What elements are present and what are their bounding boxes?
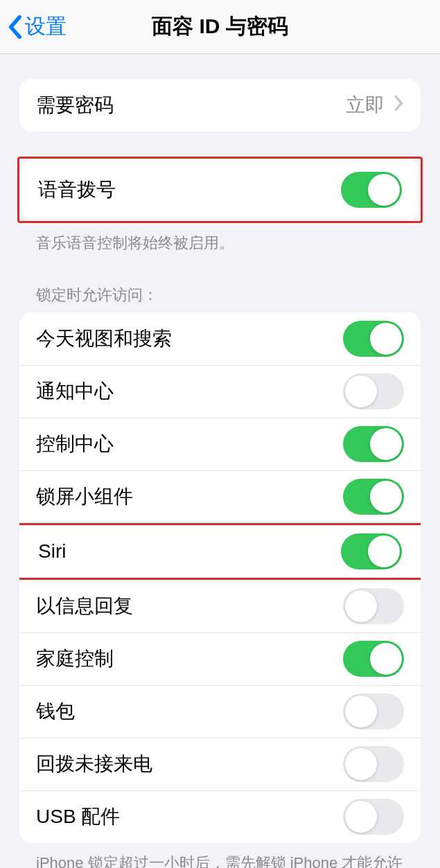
notification-center-label: 通知中心 — [36, 378, 114, 405]
control-center-toggle[interactable] — [343, 426, 404, 462]
require-passcode-row[interactable]: 需要密码 立即 — [19, 79, 421, 132]
wallet-row: 钱包 — [19, 685, 421, 738]
usb-accessories-toggle[interactable] — [343, 799, 404, 835]
today-view-toggle[interactable] — [343, 321, 404, 357]
usb-footer: iPhone 锁定超过一小时后，需先解锁 iPhone 才能允许 USB 配件连… — [19, 843, 421, 868]
voice-dial-label: 语音拨号 — [38, 177, 116, 203]
lockscreen-widgets-toggle[interactable] — [343, 479, 404, 515]
voice-dial-group: 语音拨号 — [21, 159, 419, 221]
lock-access-group: 今天视图和搜索 通知中心 控制中心 锁屏小组件 Siri 以信息回复 家庭控制 — [19, 312, 421, 843]
reply-message-row: 以信息回复 — [19, 580, 421, 632]
chevron-right-icon — [394, 94, 404, 116]
today-view-row: 今天视图和搜索 — [19, 312, 421, 365]
require-passcode-value: 立即 — [346, 92, 404, 118]
siri-row: Siri — [21, 525, 419, 578]
home-control-label: 家庭控制 — [36, 646, 114, 672]
siri-label: Siri — [38, 540, 66, 563]
lockscreen-widgets-label: 锁屏小组件 — [36, 484, 133, 510]
notification-center-row: 通知中心 — [19, 365, 421, 418]
usb-accessories-label: USB 配件 — [36, 804, 120, 830]
control-center-label: 控制中心 — [36, 431, 114, 457]
back-label: 设置 — [25, 12, 67, 41]
notification-center-toggle[interactable] — [343, 373, 404, 409]
wallet-label: 钱包 — [36, 698, 75, 725]
wallet-toggle[interactable] — [343, 693, 404, 729]
lock-access-header: 锁定时允许访问： — [19, 285, 421, 312]
require-passcode-label: 需要密码 — [36, 92, 114, 118]
chevron-left-icon — [7, 15, 22, 39]
return-calls-toggle[interactable] — [343, 746, 404, 782]
page-title: 面容 ID 与密码 — [152, 12, 288, 41]
home-control-row: 家庭控制 — [19, 632, 421, 685]
voice-dial-toggle[interactable] — [341, 172, 402, 208]
return-calls-row: 回拨未接来电 — [19, 738, 421, 790]
reply-message-label: 以信息回复 — [36, 593, 133, 619]
control-center-row: 控制中心 — [19, 418, 421, 470]
siri-toggle[interactable] — [341, 533, 402, 569]
siri-highlight: Siri — [19, 523, 421, 580]
back-button[interactable]: 设置 — [7, 12, 67, 41]
voice-dial-footer: 音乐语音控制将始终被启用。 — [19, 223, 421, 254]
reply-message-toggle[interactable] — [343, 588, 404, 624]
navigation-bar: 设置 面容 ID 与密码 — [0, 0, 440, 54]
today-view-label: 今天视图和搜索 — [36, 326, 172, 352]
return-calls-label: 回拨未接来电 — [36, 751, 152, 777]
require-passcode-group: 需要密码 立即 — [19, 79, 421, 132]
lockscreen-widgets-row: 锁屏小组件 — [19, 470, 421, 523]
voice-dial-highlight: 语音拨号 — [17, 157, 423, 223]
voice-dial-row: 语音拨号 — [21, 159, 419, 221]
home-control-toggle[interactable] — [343, 641, 404, 677]
usb-accessories-row: USB 配件 — [19, 790, 421, 843]
